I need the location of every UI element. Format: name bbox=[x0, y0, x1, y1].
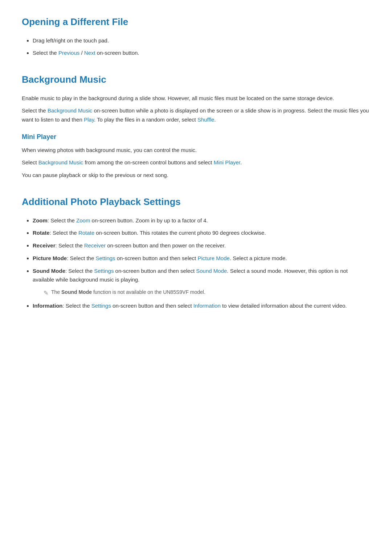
sound-mode-note: ✎ The Sound Mode function is not availab… bbox=[44, 288, 370, 298]
section-background-music: Background Music Enable music to play in… bbox=[22, 72, 370, 180]
list-item: Receiver: Select the Receiver on-screen … bbox=[33, 241, 370, 250]
next-link[interactable]: Next bbox=[84, 50, 95, 56]
list-item: Zoom: Select the Zoom on-screen button. … bbox=[33, 216, 370, 225]
list-item: Rotate: Select the Rotate on-screen butt… bbox=[33, 229, 370, 238]
subsection-title-mini-player: Mini Player bbox=[22, 132, 370, 142]
mini-player-para-1: When viewing photos with background musi… bbox=[22, 146, 370, 155]
opening-bullets: Drag left/right on the touch pad. Select… bbox=[33, 36, 370, 58]
list-item: Picture Mode: Select the Settings on-scr… bbox=[33, 254, 370, 263]
background-music-link-1[interactable]: Background Music bbox=[48, 107, 92, 114]
mini-player-para-2: Select Background Music from among the o… bbox=[22, 158, 370, 167]
sound-mode-bold: Sound Mode bbox=[33, 268, 65, 274]
bullet-text: Rotate: Select the Rotate on-screen butt… bbox=[33, 230, 266, 236]
list-item: Select the Previous / Next on-screen but… bbox=[33, 49, 370, 58]
receiver-link[interactable]: Receiver bbox=[84, 242, 106, 249]
information-bold: Information bbox=[33, 303, 63, 309]
additional-bullets: Zoom: Select the Zoom on-screen button. … bbox=[33, 216, 370, 311]
picture-mode-bold: Picture Mode bbox=[33, 255, 67, 261]
zoom-link[interactable]: Zoom bbox=[76, 217, 90, 223]
list-item: Drag left/right on the touch pad. bbox=[33, 36, 370, 45]
picture-mode-link[interactable]: Picture Mode bbox=[197, 255, 229, 261]
bullet-text: Sound Mode: Select the Settings on-scree… bbox=[33, 268, 348, 283]
settings-link-3[interactable]: Settings bbox=[91, 303, 111, 309]
section-additional-photo-playback: Additional Photo Playback Settings Zoom:… bbox=[22, 194, 370, 311]
section-title-background-music: Background Music bbox=[22, 72, 370, 87]
mini-player-para-3: You can pause playback or skip to the pr… bbox=[22, 171, 370, 180]
previous-link[interactable]: Previous bbox=[58, 50, 79, 56]
section-title-additional: Additional Photo Playback Settings bbox=[22, 194, 370, 210]
bullet-text: Zoom: Select the Zoom on-screen button. … bbox=[33, 217, 208, 223]
note-icon: ✎ bbox=[44, 288, 48, 298]
mini-player-link[interactable]: Mini Player bbox=[214, 159, 240, 165]
bullet-text: Receiver: Select the Receiver on-screen … bbox=[33, 242, 226, 249]
receiver-bold: Receiver bbox=[33, 242, 56, 249]
settings-link-1[interactable]: Settings bbox=[95, 255, 115, 261]
play-link[interactable]: Play bbox=[84, 116, 94, 123]
background-music-para-2: Select the Background Music on-screen bu… bbox=[22, 106, 370, 124]
background-music-link-2[interactable]: Background Music bbox=[38, 159, 83, 165]
section-opening-different-file: Opening a Different File Drag left/right… bbox=[22, 15, 370, 58]
bullet-text: Drag left/right on the touch pad. bbox=[33, 37, 109, 44]
sound-mode-note-bold: Sound Mode bbox=[61, 289, 92, 295]
settings-link-2[interactable]: Settings bbox=[94, 268, 114, 274]
section-title-opening: Opening a Different File bbox=[22, 15, 370, 30]
zoom-bold: Zoom bbox=[33, 217, 48, 223]
note-text: The Sound Mode function is not available… bbox=[51, 288, 205, 296]
bullet-text: Picture Mode: Select the Settings on-scr… bbox=[33, 255, 287, 261]
rotate-link[interactable]: Rotate bbox=[78, 230, 94, 236]
subsection-mini-player: Mini Player When viewing photos with bac… bbox=[22, 132, 370, 180]
information-link[interactable]: Information bbox=[193, 303, 221, 309]
list-item: Information: Select the Settings on-scre… bbox=[33, 301, 370, 311]
list-item: Sound Mode: Select the Settings on-scree… bbox=[33, 267, 370, 298]
bullet-text: Information: Select the Settings on-scre… bbox=[33, 303, 347, 309]
background-music-para-1: Enable music to play in the background d… bbox=[22, 94, 370, 103]
sound-mode-link[interactable]: Sound Mode bbox=[196, 268, 227, 274]
shuffle-link[interactable]: Shuffle bbox=[197, 116, 214, 123]
bullet-text: Select the Previous / Next on-screen but… bbox=[33, 50, 139, 56]
rotate-bold: Rotate bbox=[33, 230, 50, 236]
